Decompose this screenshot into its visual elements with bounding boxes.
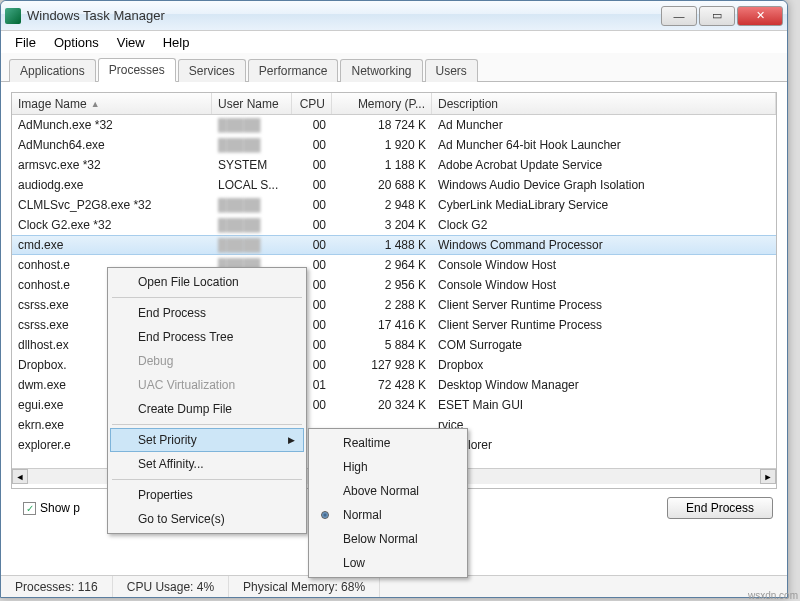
- maximize-button[interactable]: ▭: [699, 6, 735, 26]
- tab-users[interactable]: Users: [425, 59, 478, 82]
- cell-description: CyberLink MediaLibrary Service: [432, 198, 776, 212]
- ctx-end-process-tree[interactable]: End Process Tree: [110, 325, 304, 349]
- tab-services[interactable]: Services: [178, 59, 246, 82]
- priority-below-normal[interactable]: Below Normal: [311, 527, 465, 551]
- show-all-label: Show p: [40, 501, 80, 515]
- table-row[interactable]: Clock G2.exe *32█████003 204 KClock G2: [12, 215, 776, 235]
- cell-image-name: cmd.exe: [12, 238, 212, 252]
- minimize-button[interactable]: —: [661, 6, 697, 26]
- cell-memory: 18 724 K: [332, 118, 432, 132]
- cell-memory: 127 928 K: [332, 358, 432, 372]
- cell-memory: 72 428 K: [332, 378, 432, 392]
- ctx-separator: [112, 297, 302, 298]
- ctx-properties[interactable]: Properties: [110, 483, 304, 507]
- cell-description: Console Window Host: [432, 258, 776, 272]
- cell-cpu: 00: [292, 218, 332, 232]
- cell-memory: 2 288 K: [332, 298, 432, 312]
- priority-above-normal[interactable]: Above Normal: [311, 479, 465, 503]
- col-user-name[interactable]: User Name: [212, 93, 292, 114]
- table-row[interactable]: AdMunch64.exe█████001 920 KAd Muncher 64…: [12, 135, 776, 155]
- close-button[interactable]: ✕: [737, 6, 783, 26]
- context-menu: Open File Location End Process End Proce…: [107, 267, 307, 534]
- ctx-create-dump[interactable]: Create Dump File: [110, 397, 304, 421]
- cell-memory: 3 204 K: [332, 218, 432, 232]
- cell-memory: 20 688 K: [332, 178, 432, 192]
- scroll-left-icon[interactable]: ◄: [12, 469, 28, 484]
- cell-description: Windows Audio Device Graph Isolation: [432, 178, 776, 192]
- ctx-go-to-services[interactable]: Go to Service(s): [110, 507, 304, 531]
- col-image-name[interactable]: Image Name▲: [12, 93, 212, 114]
- cell-description: s Explorer: [432, 438, 776, 452]
- cell-cpu: 00: [292, 118, 332, 132]
- cell-memory: 5 884 K: [332, 338, 432, 352]
- status-processes: Processes: 116: [1, 576, 113, 597]
- priority-submenu: Realtime High Above Normal Normal Below …: [308, 428, 468, 578]
- cell-user-name: LOCAL S...: [212, 178, 292, 192]
- ctx-open-file-location[interactable]: Open File Location: [110, 270, 304, 294]
- app-icon: [5, 8, 21, 24]
- cell-image-name: Clock G2.exe *32: [12, 218, 212, 232]
- tab-applications[interactable]: Applications: [9, 59, 96, 82]
- cell-memory: 1 188 K: [332, 158, 432, 172]
- cell-user-name: █████: [212, 118, 292, 132]
- status-bar: Processes: 116 CPU Usage: 4% Physical Me…: [1, 575, 787, 597]
- cell-description: Ad Muncher 64-bit Hook Launcher: [432, 138, 776, 152]
- tab-networking[interactable]: Networking: [340, 59, 422, 82]
- cell-cpu: 00: [292, 158, 332, 172]
- menu-view[interactable]: View: [109, 33, 153, 52]
- show-all-checkbox[interactable]: [23, 502, 36, 515]
- cell-description: Clock G2: [432, 218, 776, 232]
- col-description[interactable]: Description: [432, 93, 776, 114]
- cell-user-name: █████: [212, 138, 292, 152]
- priority-realtime[interactable]: Realtime: [311, 431, 465, 455]
- titlebar[interactable]: Windows Task Manager — ▭ ✕: [1, 1, 787, 31]
- cell-description: Client Server Runtime Process: [432, 298, 776, 312]
- tab-row: Applications Processes Services Performa…: [1, 53, 787, 82]
- cell-user-name: █████: [212, 198, 292, 212]
- cell-memory: 1 920 K: [332, 138, 432, 152]
- cell-description: Windows Command Processor: [432, 238, 776, 252]
- col-memory[interactable]: Memory (P...: [332, 93, 432, 114]
- column-headers: Image Name▲ User Name CPU Memory (P... D…: [12, 93, 776, 115]
- end-process-button[interactable]: End Process: [667, 497, 773, 519]
- col-cpu[interactable]: CPU: [292, 93, 332, 114]
- cell-description: Adobe Acrobat Update Service: [432, 158, 776, 172]
- ctx-end-process[interactable]: End Process: [110, 301, 304, 325]
- menubar: File Options View Help: [1, 31, 787, 53]
- cell-memory: 17 416 K: [332, 318, 432, 332]
- cell-cpu: 00: [292, 238, 332, 252]
- status-memory: Physical Memory: 68%: [229, 576, 380, 597]
- menu-help[interactable]: Help: [155, 33, 198, 52]
- table-row[interactable]: CLMLSvc_P2G8.exe *32█████002 948 KCyberL…: [12, 195, 776, 215]
- priority-low[interactable]: Low: [311, 551, 465, 575]
- ctx-set-priority[interactable]: Set Priority▶: [110, 428, 304, 452]
- table-row[interactable]: cmd.exe█████001 488 KWindows Command Pro…: [12, 235, 776, 255]
- ctx-set-affinity[interactable]: Set Affinity...: [110, 452, 304, 476]
- ctx-uac: UAC Virtualization: [110, 373, 304, 397]
- scroll-right-icon[interactable]: ►: [760, 469, 776, 484]
- table-row[interactable]: armsvc.exe *32SYSTEM001 188 KAdobe Acrob…: [12, 155, 776, 175]
- cell-user-name: █████: [212, 238, 292, 252]
- tab-performance[interactable]: Performance: [248, 59, 339, 82]
- window-controls: — ▭ ✕: [661, 6, 783, 26]
- menu-options[interactable]: Options: [46, 33, 107, 52]
- ctx-debug: Debug: [110, 349, 304, 373]
- cell-image-name: audiodg.exe: [12, 178, 212, 192]
- cell-cpu: 00: [292, 178, 332, 192]
- table-row[interactable]: AdMunch.exe *32█████0018 724 KAd Muncher: [12, 115, 776, 135]
- cell-description: rvice: [432, 418, 776, 432]
- priority-high[interactable]: High: [311, 455, 465, 479]
- cell-cpu: 00: [292, 198, 332, 212]
- table-row[interactable]: audiodg.exeLOCAL S...0020 688 KWindows A…: [12, 175, 776, 195]
- tab-processes[interactable]: Processes: [98, 58, 176, 82]
- cell-memory: 1 488 K: [332, 238, 432, 252]
- cell-memory: 2 956 K: [332, 278, 432, 292]
- window-title: Windows Task Manager: [27, 8, 661, 23]
- cell-image-name: AdMunch.exe *32: [12, 118, 212, 132]
- cell-cpu: 00: [292, 138, 332, 152]
- status-cpu: CPU Usage: 4%: [113, 576, 229, 597]
- cell-user-name: █████: [212, 218, 292, 232]
- priority-normal[interactable]: Normal: [311, 503, 465, 527]
- watermark: wsxdn.com: [748, 590, 798, 601]
- menu-file[interactable]: File: [7, 33, 44, 52]
